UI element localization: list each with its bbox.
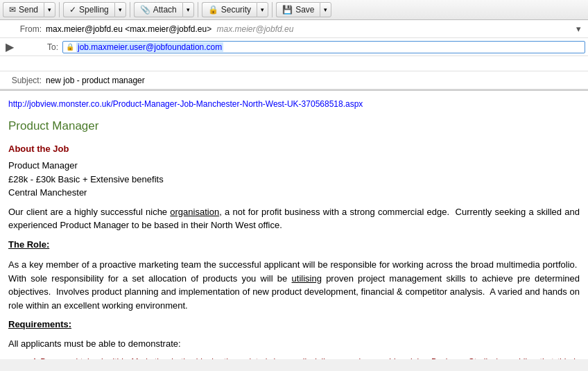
attach-button[interactable]: 📎 Attach	[134, 2, 182, 17]
from-italic: max.meier@jobfd.eu	[216, 24, 293, 34]
security-button[interactable]: 🔒 Security	[202, 2, 257, 17]
save-button[interactable]: 💾 Save	[276, 2, 320, 17]
requirements-subheading: All applicants must be able to demonstra…	[8, 337, 580, 351]
send-button-group[interactable]: ✉ Send ▾	[3, 2, 55, 17]
from-dropdown-icon[interactable]: ▾	[572, 24, 585, 34]
bullet-dot-1: ·	[22, 356, 32, 359]
requirements-heading: Requirements:	[8, 318, 71, 331]
lock-icon: 🔒	[66, 43, 74, 51]
bcc-toggle-button[interactable]: ▶	[3, 40, 17, 53]
security-icon: 🔒	[208, 5, 218, 15]
send-label: Send	[19, 5, 38, 15]
bullet-text-1: A Degree obtained within Marketing is th…	[32, 356, 580, 359]
send-icon: ✉	[9, 5, 16, 15]
email-body-wrapper[interactable]: http://jobview.monster.co.uk/Product-Man…	[0, 90, 588, 359]
from-row: From: max.meier@jobfd.eu <max.meier@jobf…	[0, 20, 588, 38]
about-details: Product Manager £28k - £30k Basic + Exte…	[8, 159, 580, 200]
separator-4	[272, 2, 273, 17]
subject-label: Subject:	[3, 76, 46, 85]
bullet-item-1: · A Degree obtained within Marketing is …	[22, 356, 580, 359]
to-row: ▶ To: 🔒 job.maxmeier.user@jobfoundation.…	[0, 38, 588, 56]
to-address[interactable]: job.maxmeier.user@jobfoundation.com	[76, 42, 223, 52]
to-field-wrapper[interactable]: 🔒 job.maxmeier.user@jobfoundation.com	[62, 41, 585, 53]
job-title: Product Manager	[8, 117, 580, 135]
spelling-label: Spelling	[79, 5, 109, 15]
from-value: max.meier@jobfd.eu <max.meier@jobfd.eu> …	[46, 24, 572, 34]
role-heading: The Role:	[8, 238, 49, 252]
intro-paragraph: Our client are a highly successful niche…	[8, 205, 580, 232]
bcc-row	[0, 56, 588, 71]
attach-label: Attach	[153, 5, 177, 15]
send-button[interactable]: ✉ Send	[3, 2, 44, 17]
subject-value: new job - product manager	[46, 76, 145, 85]
about-line-1: Product Manager	[8, 160, 78, 171]
bullet-list: · A Degree obtained within Marketing is …	[22, 356, 580, 359]
save-button-group[interactable]: 💾 Save ▾	[276, 2, 331, 17]
save-label: Save	[295, 5, 314, 15]
about-line-3: Central Manchester	[8, 187, 87, 198]
job-url[interactable]: http://jobview.monster.co.uk/Product-Man…	[8, 98, 580, 110]
save-icon: 💾	[282, 5, 293, 15]
security-label: Security	[221, 5, 251, 15]
about-line-2: £28k - £30k Basic + Extensive benefits	[8, 174, 164, 184]
spelling-dropdown-arrow[interactable]: ▾	[114, 2, 126, 17]
role-paragraph: As a key member of a proactive marketing…	[8, 258, 580, 312]
subject-row: Subject: new job - product manager	[0, 71, 588, 89]
from-address: max.meier@jobfd.eu <max.meier@jobfd.eu>	[46, 24, 211, 34]
toolbar: ✉ Send ▾ ✓ Spelling ▾ 📎 Attach ▾ 🔒 Secur…	[0, 0, 588, 20]
spelling-icon: ✓	[69, 5, 76, 15]
attach-dropdown-arrow[interactable]: ▾	[182, 2, 194, 17]
to-label: To:	[19, 42, 62, 52]
from-label: From:	[3, 24, 46, 34]
attach-icon: 📎	[140, 5, 150, 15]
security-button-group[interactable]: 🔒 Security ▾	[202, 2, 268, 17]
email-header: From: max.meier@jobfd.eu <max.meier@jobf…	[0, 20, 588, 90]
email-body: http://jobview.monster.co.uk/Product-Man…	[0, 91, 588, 359]
separator-1	[59, 2, 60, 17]
separator-2	[130, 2, 130, 17]
spelling-button-group[interactable]: ✓ Spelling ▾	[63, 2, 126, 17]
send-dropdown-arrow[interactable]: ▾	[44, 2, 55, 17]
save-dropdown-arrow[interactable]: ▾	[320, 2, 331, 17]
separator-3	[198, 2, 198, 17]
security-dropdown-arrow[interactable]: ▾	[257, 2, 268, 17]
spelling-button[interactable]: ✓ Spelling	[63, 2, 114, 17]
about-heading: About the Job	[8, 142, 580, 156]
attach-button-group[interactable]: 📎 Attach ▾	[134, 2, 194, 17]
